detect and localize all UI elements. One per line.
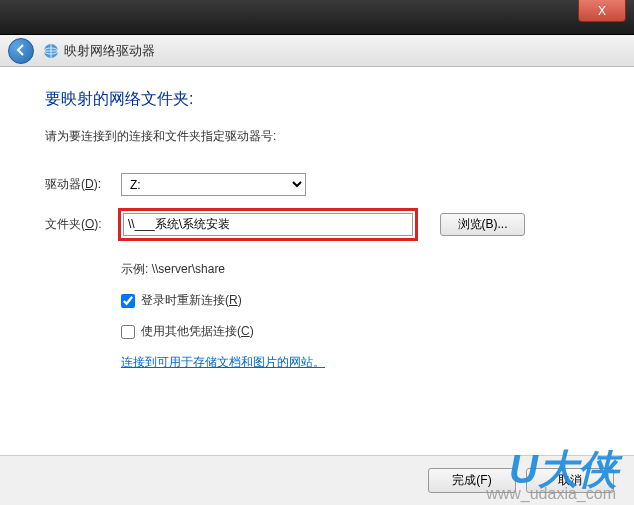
page-subtext: 请为要连接到的连接和文件夹指定驱动器号:	[45, 128, 589, 145]
back-button[interactable]	[8, 38, 34, 64]
titlebar: X	[0, 0, 634, 35]
browse-button[interactable]: 浏览(B)...	[440, 213, 525, 236]
folder-label: 文件夹(O):	[45, 216, 113, 233]
storage-link[interactable]: 连接到可用于存储文档和图片的网站。	[121, 354, 589, 371]
nav-title: 映射网络驱动器	[42, 42, 155, 60]
button-bar: 完成(F) 取消	[0, 455, 634, 505]
cancel-button[interactable]: 取消	[526, 468, 614, 493]
navbar: 映射网络驱动器	[0, 35, 634, 67]
reconnect-label[interactable]: 登录时重新连接(R)	[141, 292, 242, 309]
close-icon: X	[598, 4, 606, 18]
credentials-label[interactable]: 使用其他凭据连接(C)	[141, 323, 254, 340]
finish-button[interactable]: 完成(F)	[428, 468, 516, 493]
drive-label: 驱动器(D):	[45, 176, 113, 193]
credentials-row: 使用其他凭据连接(C)	[121, 323, 589, 340]
folder-row: 文件夹(O): 浏览(B)...	[45, 208, 589, 241]
arrow-left-icon	[15, 42, 27, 60]
reconnect-row: 登录时重新连接(R)	[121, 292, 589, 309]
folder-input[interactable]	[123, 213, 413, 236]
credentials-checkbox[interactable]	[121, 325, 135, 339]
drive-row: 驱动器(D): Z:	[45, 173, 589, 196]
network-drive-icon	[42, 42, 60, 60]
page-heading: 要映射的网络文件夹:	[45, 89, 589, 110]
close-button[interactable]: X	[578, 0, 626, 22]
reconnect-checkbox[interactable]	[121, 294, 135, 308]
nav-title-text: 映射网络驱动器	[64, 42, 155, 60]
content-area: 要映射的网络文件夹: 请为要连接到的连接和文件夹指定驱动器号: 驱动器(D): …	[0, 67, 634, 455]
folder-highlight-box	[118, 208, 418, 241]
example-text: 示例: \\server\share	[121, 261, 589, 278]
drive-select[interactable]: Z:	[121, 173, 306, 196]
